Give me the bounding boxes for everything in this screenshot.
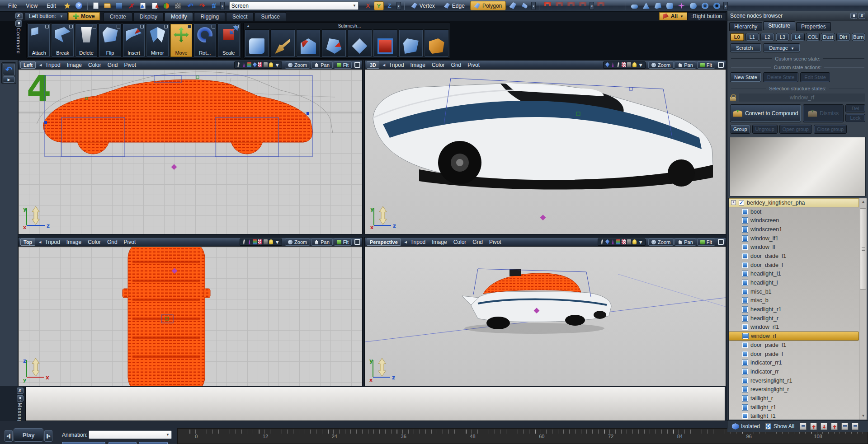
viewport-menu-item[interactable]: Image	[67, 62, 82, 68]
bucket-icon[interactable]	[253, 62, 257, 67]
node-list-item[interactable]: + ✓ taillight_r1	[729, 403, 859, 412]
node-list-item[interactable]: + ✓ windscreen1	[729, 225, 859, 234]
viewport-menu-item[interactable]: Image	[432, 239, 447, 245]
viewport-menu-item[interactable]: Tripod	[389, 62, 404, 68]
checker-icon[interactable]	[622, 239, 626, 244]
panel-tab[interactable]: Properties	[796, 22, 831, 31]
node-list-item[interactable]: + ✓ headlight_l	[729, 278, 859, 287]
viewport-left[interactable]: Left ◄ TripodImageColorGridPivot ▼ ZoomP…	[18, 60, 363, 234]
jump-start-button[interactable]: ◄▌	[5, 430, 13, 442]
chevron-left-icon[interactable]: ◄	[38, 240, 42, 244]
viewport-menu-item[interactable]: Grid	[108, 62, 118, 68]
ribbon-tab[interactable]: Rigging	[194, 12, 225, 21]
magnet-vertex-button[interactable]	[554, 1, 564, 10]
node-list-item[interactable]: + ✓ headlight_r1	[729, 305, 859, 314]
mode-overflow-icon[interactable]: ▾	[531, 2, 536, 10]
state-action-button[interactable]: Delete State	[763, 72, 799, 82]
wizard-button[interactable]	[62, 1, 72, 10]
corner-expand-icon[interactable]	[140, 25, 144, 28]
pivot-marker[interactable]	[540, 215, 546, 220]
move-gizmo[interactable]	[379, 206, 387, 224]
palette-icon[interactable]	[247, 62, 251, 67]
viewport-menu-item[interactable]: Pivot	[467, 62, 480, 68]
magnet-button[interactable]	[542, 1, 552, 10]
axis-toggle-button[interactable]: Z	[385, 1, 395, 10]
node-list-item[interactable]: + ✓ misc_b1	[729, 287, 859, 296]
close-command-button[interactable]: ✗	[15, 13, 22, 19]
viewport-menu-item[interactable]: Tripod	[45, 62, 61, 68]
show-all-button[interactable]: Show All	[764, 422, 796, 430]
viewport-name-button[interactable]: Perspective	[367, 238, 401, 246]
clapper-icon[interactable]	[264, 239, 268, 244]
node-list-scrollbar[interactable]: ▲ ▼	[859, 198, 867, 420]
dismiss-button[interactable]: Dismiss	[803, 104, 844, 122]
left-button-dropdown[interactable]: Left button: ▼	[25, 12, 67, 20]
lod-button[interactable]: L2	[760, 33, 774, 41]
small-action-button[interactable]: Del	[845, 104, 865, 112]
node-list-item[interactable]: + ✓ door_pside_f1	[729, 341, 859, 350]
primitive-torus-button[interactable]	[700, 1, 710, 10]
primitive-cone-button[interactable]	[641, 1, 651, 10]
node-list-item[interactable]: + ✓ indicator_rr	[729, 367, 859, 376]
command-tab-label[interactable]: Command	[16, 28, 21, 54]
corner-expand-icon[interactable]	[45, 25, 49, 28]
submesh-tool-button[interactable]	[347, 29, 372, 57]
panel-tab[interactable]: Structure	[763, 21, 795, 30]
selection-filter-button[interactable]: All ▼	[659, 12, 687, 20]
ribbon-tab[interactable]: Display	[133, 12, 164, 21]
lod-button[interactable]: L0	[730, 33, 744, 41]
chevron-left-icon[interactable]: ◄	[382, 63, 386, 67]
chevron-left-icon[interactable]: ◄	[38, 63, 42, 67]
cutoff-button[interactable]	[139, 442, 168, 444]
ribbon-button[interactable]: Delete	[75, 23, 98, 57]
viewport-menu-item[interactable]: Grid	[451, 62, 462, 68]
checker-icon[interactable]	[258, 62, 262, 67]
redo-step-button[interactable]: ▶	[3, 76, 15, 83]
magnet-edge-button[interactable]	[566, 1, 576, 10]
chevron-down-icon[interactable]: ▼	[638, 239, 643, 245]
lod-button[interactable]: Dust	[821, 33, 835, 41]
corner-expand-icon[interactable]	[212, 25, 215, 28]
brush-icon[interactable]	[611, 62, 615, 67]
ribbon-button[interactable]: Move	[170, 23, 193, 57]
checker-icon[interactable]	[258, 239, 262, 244]
pen-icon[interactable]	[616, 62, 620, 67]
layer-add-icon[interactable]	[841, 423, 848, 430]
pin-icon[interactable]	[17, 395, 24, 402]
viewport-menu-item[interactable]: Pivot	[124, 239, 136, 245]
viewport-menu-item[interactable]: Color	[88, 239, 101, 245]
corner-expand-icon[interactable]	[69, 25, 73, 28]
layer-up-icon[interactable]	[810, 423, 817, 430]
viewport-nav-button[interactable]: Zoom	[648, 61, 674, 69]
viewport-3d-canvas[interactable]: y x z	[365, 70, 726, 234]
viewport-nav-button[interactable]: Zoom	[285, 238, 310, 246]
delete-button[interactable]: ✗	[126, 1, 136, 10]
group-action-button[interactable]: Group	[730, 125, 750, 134]
magnet-face-button[interactable]	[578, 1, 588, 10]
scroll-up-icon[interactable]: ▲	[859, 198, 867, 206]
ribbon-button[interactable]: Mirror	[146, 23, 169, 57]
bucket-icon[interactable]	[605, 62, 609, 67]
primitive-cylinder-button[interactable]	[665, 1, 675, 10]
viewport-nav-button[interactable]: Zoom	[285, 61, 310, 69]
palette-icon[interactable]	[616, 239, 620, 244]
subobject-mode-button[interactable]: Vertex	[408, 1, 439, 10]
viewport-menu-item[interactable]: Pivot	[124, 62, 136, 68]
ribbon-button[interactable]: Break	[51, 23, 74, 57]
checkbox-checked-icon[interactable]: ✓	[739, 200, 744, 206]
viewport-nav-button[interactable]: Fit	[334, 238, 352, 246]
lod-button[interactable]: Dirt	[836, 33, 850, 41]
corner-expand-icon[interactable]	[93, 25, 96, 28]
corner-expand-icon[interactable]	[188, 25, 191, 28]
refresh-button[interactable]: ⇅	[208, 1, 218, 10]
viewport-nav-button[interactable]: Fit	[334, 61, 352, 69]
screen-selector[interactable]: Screen ▼	[229, 1, 359, 10]
bucket-icon[interactable]	[605, 239, 609, 244]
viewport-menu-item[interactable]: Tripod	[410, 239, 426, 245]
primitive-dummy-button[interactable]	[676, 1, 686, 10]
maximize-icon[interactable]	[718, 62, 724, 68]
viewport-menu-item[interactable]: Color	[432, 62, 445, 68]
redo-button[interactable]: ↷	[197, 1, 207, 10]
pen-icon[interactable]	[236, 62, 241, 67]
axis-toggle-button[interactable]: X	[363, 1, 373, 10]
